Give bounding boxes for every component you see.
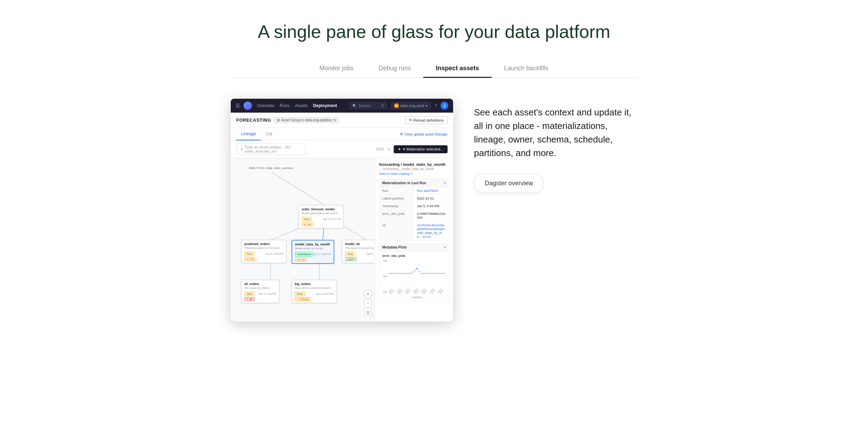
search-placeholder: Search... xyxy=(359,104,374,108)
tab-monitor-jobs[interactable]: Monitor jobs xyxy=(307,60,366,78)
tool-badge: ml_tool xyxy=(295,258,307,261)
status-badge: Stale xyxy=(302,217,312,221)
node-date: Jan 5, 5:45 PM xyxy=(367,252,375,255)
breadcrumb-title: FORECASTING xyxy=(236,117,271,123)
status-badge: Stale xyxy=(345,252,355,256)
node-big-orders[interactable]: big_orders Days where predicted orders s… xyxy=(292,280,337,303)
hamburger-icon[interactable]: ☰ xyxy=(236,103,240,108)
materialize-label: ✦ Materialize selected... xyxy=(402,147,443,152)
app-window: ☰ Overview Runs Assets Deployment 🔍 Sear… xyxy=(231,99,453,322)
node-model-stats-by-month[interactable]: model_stats_by_month Model errors by mon… xyxy=(292,240,334,263)
nav-runs[interactable]: Runs xyxy=(280,103,289,108)
tab-lineage[interactable]: Lineage xyxy=(236,128,261,140)
y-label-neg100: -100 xyxy=(382,291,387,293)
view-asset-catalog-link[interactable]: View in Asset Catalog ↗ xyxy=(379,172,449,176)
help-icon[interactable]: ? xyxy=(434,103,437,108)
node-desc: This asset is backed by the notebe... xyxy=(345,246,375,250)
tab-list[interactable]: List xyxy=(261,128,277,140)
group-text: Asset Group in data-eng-pipeline xyxy=(281,118,332,122)
row-value: Jan 5, 5:44 PM xyxy=(414,202,449,210)
lineage-graph[interactable]: ANALYTICS / daily_order_summary order_fo… xyxy=(231,158,375,322)
globe-icon: ⊕ xyxy=(400,132,403,136)
avatar[interactable]: J xyxy=(441,102,448,109)
search-shortcut: / xyxy=(381,104,385,108)
frame-button[interactable]: ⊡ xyxy=(364,308,372,316)
zoom-out-button[interactable]: − xyxy=(364,299,372,307)
main-tabs: Monitor jobs Debug runs Inspect assets L… xyxy=(231,60,637,78)
status-badge: Stale xyxy=(295,292,305,296)
env-chevron-icon: ▾ xyxy=(426,104,428,108)
node-all-orders[interactable]: all_orders dbt model all_orders Stale Ja… xyxy=(241,280,279,303)
filter-placeholder: Type an asset subset... (ex: order_forec… xyxy=(245,145,302,153)
nav-bar: ☰ Overview Runs Assets Deployment 🔍 Sear… xyxy=(231,99,453,113)
node-title: order_forecast_model xyxy=(302,208,341,211)
detail-row-run: Run Run da375597 xyxy=(379,187,449,195)
node-order-forecast-model[interactable]: order_forecast_model Model parameters th… xyxy=(298,205,344,228)
row-key: Timestamp xyxy=(379,202,414,210)
dagster-overview-button[interactable]: Dagster overview xyxy=(474,174,544,193)
y-axis: 300 100 -100 xyxy=(382,260,387,299)
search-icon: 🔍 xyxy=(352,104,357,108)
row-value: 2022-12-01 xyxy=(414,195,449,202)
materialization-table: Run Run da375597 Latest partition 2022-1… xyxy=(379,187,449,241)
reload-label: Reload definitions xyxy=(413,118,444,122)
filter-icon: ✦ xyxy=(240,147,243,152)
breadcrumb-bar: FORECASTING ⊞ Asset Group in data-eng-pi… xyxy=(231,113,453,128)
tool-badge: ml_tool xyxy=(244,257,256,261)
chevron-down-icon: ▾ xyxy=(444,181,446,185)
node-desc: Predicted orders for the next 30 da... xyxy=(244,246,283,250)
x-axis-dates: 2022-01-01 2022-03-01 2022-05-01 2022-07… xyxy=(388,288,446,292)
materialize-selected-button[interactable]: ✦ ✦ Materialize selected... xyxy=(394,145,448,153)
reload-definitions-button[interactable]: ↻ Reload definitions xyxy=(405,116,448,124)
node-desc: Days where predicted orders surp... xyxy=(295,286,334,290)
x-axis-label: Partition xyxy=(388,296,446,299)
filter-bar: ✦ Type an asset subset... (ex: order_for… xyxy=(231,140,453,158)
nav-env-selector[interactable]: D data-eng-prod ▾ xyxy=(391,102,431,109)
page-title: A single pane of glass for your data pla… xyxy=(231,21,637,42)
refresh-icon: ↻ xyxy=(333,118,336,122)
chart-container: 2022-01-01 2022-03-01 2022-05-01 2022-07… xyxy=(388,260,446,299)
nav-overview[interactable]: Overview xyxy=(257,103,274,108)
row-key: Latest partition xyxy=(379,195,414,202)
tab-launch-backfills[interactable]: Launch backfills xyxy=(492,60,561,78)
nav-search-box[interactable]: 🔍 Search... / xyxy=(349,102,387,109)
node-date: Jan 5, 5:44 PM xyxy=(313,253,330,256)
metadata-section-header[interactable]: Metadata Plots ▾ xyxy=(379,243,449,251)
nav-deployment[interactable]: Deployment xyxy=(313,103,337,108)
inner-tabs: Lineage List ⊕ View global asset lineage xyxy=(231,128,453,140)
detail-row-uri: uri s3://hooli-demo/dagster/forecasting/… xyxy=(379,221,449,240)
status-badge: Stale xyxy=(244,252,254,256)
tab-debug-runs[interactable]: Debug runs xyxy=(366,60,423,78)
tool-badge: jupyter xyxy=(345,257,357,261)
timer-icon: ↻ xyxy=(387,147,390,151)
chevron-down-icon: ▾ xyxy=(444,245,446,249)
nav-logo xyxy=(244,101,252,110)
nav-assets[interactable]: Assets xyxy=(295,103,308,108)
row-value[interactable]: s3://hooli-demo/dagster/forecasting/mode… xyxy=(414,221,449,240)
materialization-section-header[interactable]: Materialization in Last Run ▾ xyxy=(379,179,449,187)
node-predicted-orders[interactable]: predicted_orders Predicted orders for th… xyxy=(241,240,286,263)
analytics-label: ANALYTICS / daily_order_summary xyxy=(249,166,293,170)
timer-display: 0:25 xyxy=(376,147,384,151)
svg-point-9 xyxy=(416,268,417,269)
chart-svg xyxy=(388,260,446,287)
row-key: error_obs_prds xyxy=(379,210,414,221)
zoom-in-button[interactable]: + xyxy=(364,290,372,298)
node-date: Jan 5, 5:52 PM xyxy=(316,292,334,295)
row-value[interactable]: Run da375597 xyxy=(414,187,449,194)
node-title: big_orders xyxy=(295,282,334,286)
node-title: model_nb xyxy=(345,242,375,246)
asset-filter-input[interactable]: ✦ Type an asset subset... (ex: order_for… xyxy=(236,143,306,155)
view-global-lineage-link[interactable]: ⊕ View global asset lineage xyxy=(400,132,448,136)
detail-asset-sub: ↔ forecasting__model_stats_by_month xyxy=(379,167,449,171)
tool-badge: ml_tool xyxy=(302,222,314,226)
node-model-nb[interactable]: model_nb This asset is backed by the not… xyxy=(342,240,375,263)
chart-area: error_obs_prds 300 100 -100 xyxy=(379,251,449,302)
lineage-area: ANALYTICS / daily_order_summary order_fo… xyxy=(231,158,453,322)
tab-inspect-assets[interactable]: Inspect assets xyxy=(423,60,491,78)
tool-badge: ✕ dbt xyxy=(244,297,255,301)
global-link-text: View global asset lineage xyxy=(404,132,448,136)
metadata-plots-section: Metadata Plots ▾ error_obs_prds 300 100 … xyxy=(379,243,449,302)
node-date: Jan 5, 5:46 PM xyxy=(259,292,276,295)
env-dot: D xyxy=(394,103,399,108)
